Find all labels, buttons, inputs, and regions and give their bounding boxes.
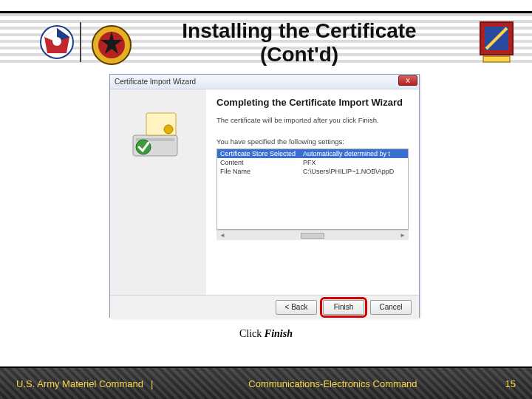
amc-shield-icon	[38, 24, 75, 61]
starburst-emblem-icon	[90, 24, 133, 66]
page-number: 15	[505, 378, 516, 389]
svg-rect-8	[483, 56, 510, 62]
wizard-heading: Completing the Certificate Import Wizard	[216, 97, 409, 109]
settings-header-col1: Certificate Store Selected	[220, 150, 303, 157]
wizard-settings-label: You have specified the following setting…	[216, 137, 409, 146]
close-icon[interactable]: X	[398, 75, 417, 86]
slide-footer: U.S. Army Materiel Command | Communicati…	[0, 366, 532, 399]
cecom-emblem-icon	[477, 21, 516, 65]
scroll-thumb[interactable]	[301, 233, 324, 239]
certificate-import-wizard-window: Certificate Import Wizard X Completing t…	[109, 74, 420, 318]
window-titlebar: Certificate Import Wizard X	[110, 75, 419, 89]
settings-row: Content PFX	[217, 158, 408, 167]
wizard-button-row: < Back Finish Cancel	[110, 295, 419, 318]
window-title-text: Certificate Import Wizard	[115, 78, 196, 86]
settings-row-value: PFX	[303, 159, 405, 166]
settings-row-value: C:\Users\PHILIP~1.NOB\AppD	[303, 168, 405, 175]
settings-row-label: File Name	[220, 168, 303, 175]
svg-point-1	[52, 37, 61, 46]
instruction-emphasis: Finish	[265, 328, 293, 339]
cancel-button[interactable]: Cancel	[370, 300, 412, 315]
footer-left: U.S. Army Materiel Command	[16, 378, 143, 389]
wizard-subtext: The certificate will be imported after y…	[216, 116, 409, 124]
page-title: Installing the Certificate (Cont'd)	[140, 19, 458, 66]
instruction-text: Click Finish	[0, 328, 532, 340]
settings-row: File Name C:\Users\PHILIP~1.NOB\AppD	[217, 167, 408, 176]
scroll-right-icon[interactable]: ►	[400, 232, 406, 239]
instruction-prefix: Click	[239, 328, 265, 339]
footer-separator: |	[143, 378, 160, 389]
horizontal-scrollbar[interactable]: ◄ ►	[216, 230, 409, 240]
wizard-sidebar	[110, 89, 206, 295]
settings-header-col2: Automatically determined by t	[303, 150, 405, 157]
settings-row-label: Content	[220, 159, 303, 166]
wizard-content: Completing the Certificate Import Wizard…	[206, 89, 419, 295]
slide: Installing the Certificate (Cont'd) Cert…	[0, 0, 532, 399]
settings-listbox[interactable]: Certificate Store Selected Automatically…	[216, 149, 409, 230]
scroll-left-icon[interactable]: ◄	[219, 232, 225, 239]
settings-header-row: Certificate Store Selected Automatically…	[217, 149, 408, 158]
footer-center: Communications-Electronics Command	[160, 378, 505, 389]
wizard-body: Completing the Certificate Import Wizard…	[110, 89, 419, 295]
header-divider	[80, 22, 81, 62]
svg-point-12	[164, 125, 173, 134]
back-button[interactable]: < Back	[276, 300, 317, 315]
certificate-icon	[129, 110, 188, 162]
finish-button[interactable]: Finish	[323, 300, 364, 315]
